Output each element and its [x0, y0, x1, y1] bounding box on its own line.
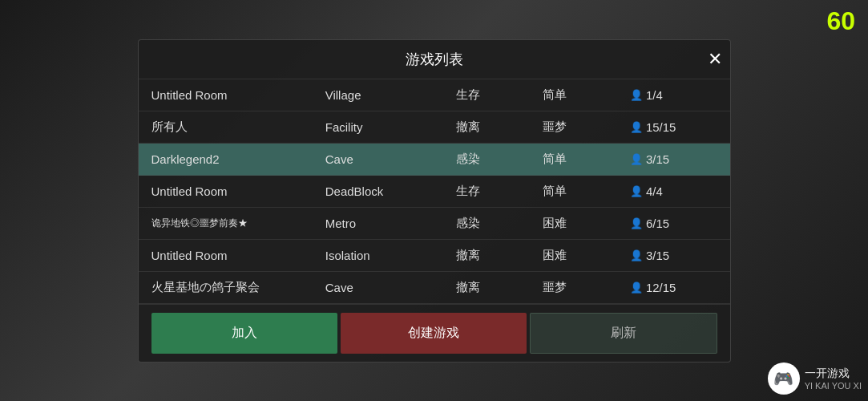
room-difficulty-cell: 简单 [543, 87, 630, 103]
footer-buttons: 加入 创建游戏 刷新 [139, 304, 730, 362]
room-map-cell: Cave [325, 281, 456, 294]
player-count: 15/15 [646, 120, 676, 134]
room-players-cell: 👤3/15 [630, 249, 717, 262]
room-name-cell: Darklegend2 [151, 152, 325, 166]
room-difficulty-cell: 噩梦 [543, 280, 630, 295]
create-button[interactable]: 创建游戏 [341, 313, 527, 354]
player-icon: 👤 [630, 89, 643, 101]
score-display: 60 [826, 6, 855, 36]
game-list-modal: 游戏列表 ✕ Untitled RoomVillage生存简单👤1/4所有人Fa… [138, 39, 731, 363]
room-difficulty-cell: 困难 [543, 216, 630, 231]
room-map-cell: Village [325, 88, 456, 102]
table-row[interactable]: 诡异地铁◎噩梦前奏★Metro感染困难👤6/15 [139, 208, 730, 240]
room-map-cell: Facility [325, 120, 456, 134]
refresh-button[interactable]: 刷新 [530, 313, 717, 354]
join-button[interactable]: 加入 [151, 313, 337, 354]
modal-overlay: 游戏列表 ✕ Untitled RoomVillage生存简单👤1/4所有人Fa… [0, 0, 868, 401]
room-players-cell: 👤12/15 [630, 281, 717, 294]
player-count: 3/15 [646, 249, 669, 262]
table-row[interactable]: Untitled RoomVillage生存简单👤1/4 [139, 79, 730, 111]
player-icon: 👤 [630, 185, 643, 197]
room-map-cell: Cave [325, 152, 456, 166]
room-players-cell: 👤15/15 [630, 120, 717, 134]
room-mode-cell: 撤离 [456, 119, 543, 135]
modal-title: 游戏列表 [406, 50, 463, 69]
watermark-logo: 🎮 [768, 363, 800, 395]
room-mode-cell: 生存 [456, 184, 543, 199]
room-map-cell: Metro [325, 217, 456, 230]
room-players-cell: 👤6/15 [630, 217, 717, 230]
table-row[interactable]: Darklegend2Cave感染简单👤3/15 [139, 144, 730, 176]
room-map-cell: Isolation [325, 249, 456, 262]
room-players-cell: 👤1/4 [630, 88, 717, 102]
room-name-cell: Untitled Room [151, 249, 325, 262]
player-icon: 👤 [630, 153, 643, 165]
player-count: 3/15 [646, 152, 669, 166]
room-mode-cell: 感染 [456, 152, 543, 167]
close-button[interactable]: ✕ [708, 51, 722, 68]
player-icon: 👤 [630, 217, 643, 229]
player-count: 4/4 [646, 184, 663, 198]
table-row[interactable]: Untitled RoomDeadBlock生存简单👤4/4 [139, 176, 730, 208]
room-players-cell: 👤3/15 [630, 152, 717, 166]
table-row[interactable]: 火星基地の鸽子聚会Cave撤离噩梦👤12/15 [139, 272, 730, 304]
player-count: 6/15 [646, 217, 669, 230]
table-row[interactable]: 所有人Facility撤离噩梦👤15/15 [139, 111, 730, 144]
room-mode-cell: 生存 [456, 87, 543, 103]
player-icon: 👤 [630, 249, 643, 261]
player-icon: 👤 [630, 121, 643, 133]
room-difficulty-cell: 困难 [543, 248, 630, 263]
watermark-line2: YI KAI YOU XI [805, 380, 862, 391]
room-name-cell: 诡异地铁◎噩梦前奏★ [151, 217, 325, 230]
modal-header: 游戏列表 ✕ [139, 40, 730, 79]
room-name-cell: 所有人 [151, 119, 325, 135]
player-count: 1/4 [646, 88, 663, 102]
table-row[interactable]: Untitled RoomIsolation撤离困难👤3/15 [139, 240, 730, 272]
room-difficulty-cell: 简单 [543, 152, 630, 167]
room-mode-cell: 撤离 [456, 280, 543, 295]
player-count: 12/15 [646, 281, 676, 294]
player-icon: 👤 [630, 282, 643, 294]
room-name-cell: Untitled Room [151, 88, 325, 102]
room-map-cell: DeadBlock [325, 184, 456, 198]
room-name-cell: 火星基地の鸽子聚会 [151, 280, 325, 295]
watermark-line1: 一开游戏 [805, 366, 862, 380]
room-players-cell: 👤4/4 [630, 184, 717, 198]
watermark: 🎮 一开游戏 YI KAI YOU XI [768, 363, 862, 395]
room-difficulty-cell: 噩梦 [543, 119, 630, 135]
room-difficulty-cell: 简单 [543, 184, 630, 199]
room-mode-cell: 感染 [456, 216, 543, 231]
room-name-cell: Untitled Room [151, 184, 325, 198]
watermark-text: 一开游戏 YI KAI YOU XI [805, 366, 862, 391]
room-mode-cell: 撤离 [456, 248, 543, 263]
room-list-container: Untitled RoomVillage生存简单👤1/4所有人Facility撤… [139, 79, 730, 304]
